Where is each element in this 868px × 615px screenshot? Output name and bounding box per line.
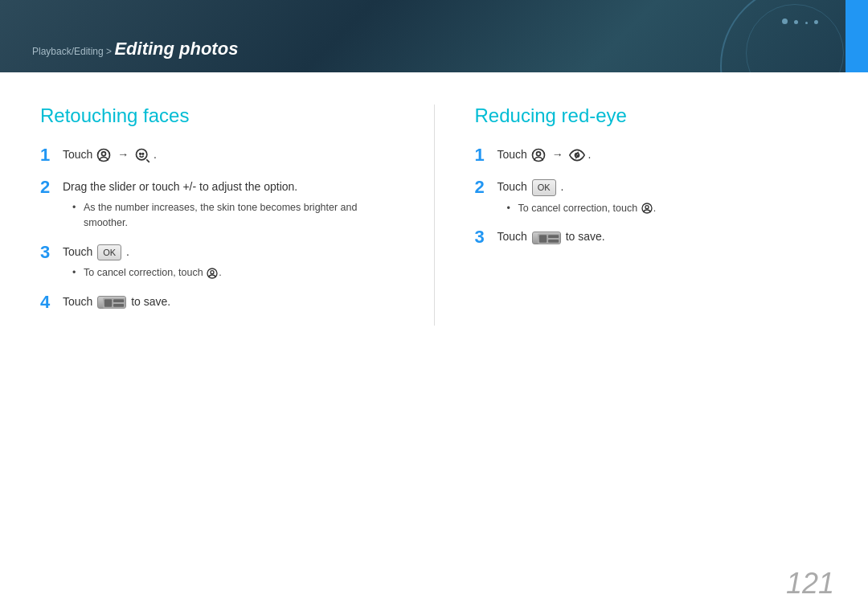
arrow-2: →	[552, 146, 563, 163]
step-3-redeye: 3 Touch to save.	[475, 228, 829, 248]
face-retouch-icon	[134, 147, 150, 163]
redeye-cancel-icon	[641, 202, 653, 215]
arrow-1: →	[117, 146, 129, 163]
step-4-retouch: 4 Touch to save.	[40, 293, 394, 313]
section-divider	[434, 105, 435, 326]
header-dots	[780, 14, 820, 29]
step-1-redeye: 1 Touch → .	[475, 146, 829, 166]
main-content: Retouching faces 1 Touch →	[0, 72, 868, 358]
dot	[805, 22, 808, 24]
redeye-icon	[569, 147, 585, 163]
step-number-1: 1	[40, 145, 63, 166]
blue-tab	[845, 0, 868, 72]
redeye-step-number-1: 1	[475, 145, 497, 166]
svg-point-12	[536, 152, 540, 156]
redeye-step-2-text: Touch	[497, 180, 530, 193]
reducing-redeye-title: Reducing red-eye	[475, 105, 829, 127]
dot	[794, 20, 798, 24]
dot	[782, 18, 788, 24]
redeye-step-1-text: Touch	[497, 148, 530, 161]
page-number: 121	[786, 567, 834, 601]
redeye-step-number-3: 3	[475, 227, 497, 248]
svg-point-1	[102, 152, 106, 156]
breadcrumb: Playback/Editing > Editing photos	[32, 39, 238, 59]
cancel-icon	[206, 267, 219, 280]
page-title: Editing photos	[114, 39, 238, 59]
redeye-step-2-content: Touch OK . To cancel correction, touch .	[497, 178, 657, 215]
step-number-2: 2	[40, 177, 63, 198]
reducing-redeye-section: Reducing red-eye 1 Touch → .	[475, 105, 829, 326]
step-3-content: Touch OK . To cancel correction, touch .	[63, 244, 222, 281]
step-1-text: Touch	[63, 148, 96, 161]
step-2-content: Drag the slider or touch +/- to adjust t…	[63, 178, 394, 231]
svg-rect-9	[113, 299, 124, 302]
svg-rect-8	[104, 299, 112, 306]
svg-point-3	[140, 154, 141, 155]
redeye-step-1-content: Touch → .	[497, 146, 592, 163]
redeye-step-2-period: .	[561, 180, 564, 193]
breadcrumb-prefix: Playback/Editing >	[32, 46, 112, 57]
step-2-retouch: 2 Drag the slider or touch +/- to adjust…	[40, 178, 394, 231]
step-3-period: .	[126, 245, 129, 258]
save-icon-2	[538, 233, 560, 244]
step-2-bullets: As the number increases, the skin tone b…	[72, 200, 394, 231]
save-icon	[103, 297, 125, 309]
redeye-step-3-after: to save.	[566, 230, 605, 243]
step-3-bullets: To cancel correction, touch .	[72, 265, 222, 281]
ok-button-indicator: OK	[97, 244, 121, 261]
step-number-3: 3	[40, 242, 63, 263]
svg-point-4	[142, 154, 144, 155]
redeye-step-number-2: 2	[475, 177, 497, 198]
svg-rect-19	[548, 240, 559, 243]
redeye-step-3-text: Touch	[497, 230, 530, 243]
circle-icon-2	[530, 147, 547, 163]
step-3-text: Touch	[63, 245, 96, 258]
dot	[814, 20, 818, 24]
save-button-indicator-2	[532, 232, 561, 244]
redeye-step-3-content: Touch to save.	[497, 228, 605, 245]
step-4-content: Touch to save.	[63, 293, 170, 310]
ok-button-indicator-2: OK	[532, 179, 556, 196]
retouching-faces-title: Retouching faces	[40, 105, 394, 127]
svg-point-15	[645, 206, 649, 209]
step-4-after: to save.	[131, 295, 170, 308]
svg-point-2	[137, 150, 147, 160]
step-3-retouch: 3 Touch OK . To cancel correction, touch…	[40, 244, 394, 281]
svg-point-6	[211, 270, 214, 273]
svg-rect-18	[548, 235, 559, 238]
step-2-redeye: 2 Touch OK . To cancel correction, touch…	[475, 178, 829, 215]
save-button-indicator	[97, 296, 126, 309]
circle-icon	[96, 147, 112, 163]
header-decoration	[627, 0, 868, 72]
page-header: Playback/Editing > Editing photos	[0, 0, 868, 72]
redeye-step-1-period: .	[588, 148, 591, 161]
step-4-text: Touch	[63, 295, 96, 308]
bullet-1: As the number increases, the skin tone b…	[72, 200, 394, 231]
svg-rect-17	[539, 235, 547, 242]
step-1-content: Touch → .	[63, 146, 157, 163]
svg-rect-10	[113, 304, 124, 307]
step-2-text: Drag the slider or touch +/- to adjust t…	[63, 180, 297, 193]
retouching-faces-section: Retouching faces 1 Touch →	[40, 105, 394, 326]
redeye-step-2-bullets: To cancel correction, touch .	[507, 201, 657, 216]
step-1-retouch: 1 Touch → .	[40, 146, 394, 166]
step-1-period: .	[154, 148, 157, 161]
bullet-2: To cancel correction, touch .	[72, 265, 222, 281]
step-number-4: 4	[40, 292, 63, 313]
redeye-bullet-1: To cancel correction, touch .	[507, 201, 657, 216]
